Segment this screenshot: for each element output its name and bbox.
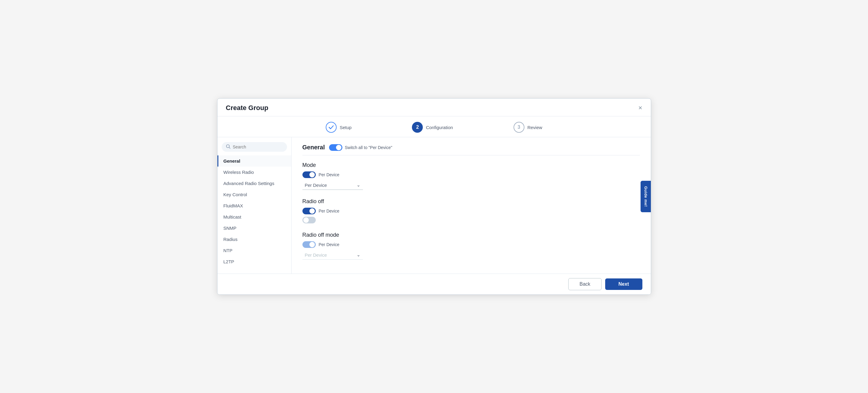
search-icon <box>226 144 230 150</box>
sidebar-item-key-control[interactable]: Key Control <box>217 189 291 200</box>
step-review: 3 Review <box>514 122 542 133</box>
setting-mode: Mode Per Device Per Device ⌄ <box>303 162 640 190</box>
setting-radio-off-mode-label: Radio off mode <box>303 232 640 238</box>
sidebar-item-l2tp[interactable]: L2TP <box>217 256 291 267</box>
setting-radio-off-mode: Radio off mode Per Device Per Device ⌄ <box>303 232 640 260</box>
close-button[interactable]: × <box>639 105 642 111</box>
step-circle-configuration: 2 <box>412 122 423 133</box>
mode-select-row: Per Device ⌄ <box>303 181 640 190</box>
radio-off-mode-select-value: Per Device <box>305 253 327 258</box>
step-label-configuration: Configuration <box>426 125 453 130</box>
sidebar-item-ntp[interactable]: NTP <box>217 245 291 256</box>
step-label-review: Review <box>527 125 542 130</box>
search-wrap <box>217 142 291 155</box>
switch-all-toggle[interactable] <box>329 144 342 151</box>
step-circle-review: 3 <box>514 122 524 133</box>
radio-off-toggle-row: Per Device <box>303 208 640 214</box>
search-input[interactable] <box>233 144 283 149</box>
setting-mode-label: Mode <box>303 162 640 168</box>
radio-off-toggle-text: Per Device <box>319 208 339 214</box>
section-title: General <box>303 144 325 151</box>
radio-off-mode-toggle-row: Per Device <box>303 241 640 248</box>
step-setup: Setup <box>326 122 351 133</box>
radio-off-toggle[interactable] <box>303 208 316 214</box>
radio-off-mode-select[interactable]: Per Device ⌄ <box>303 250 363 260</box>
setting-radio-off: Radio off Per Device <box>303 198 640 223</box>
next-button[interactable]: Next <box>605 279 642 290</box>
search-box[interactable] <box>222 142 287 152</box>
setting-radio-off-label: Radio off <box>303 198 640 205</box>
step-label-setup: Setup <box>340 125 351 130</box>
radio-off-mode-toggle-text: Per Device <box>319 242 339 247</box>
guide-me-button[interactable]: Guide me! <box>641 181 651 212</box>
modal-body: GeneralWireless RadioAdvanced Radio Sett… <box>217 137 651 273</box>
section-header: General Switch all to "Per Device" <box>303 144 640 151</box>
sidebar-item-radius[interactable]: Radius <box>217 234 291 245</box>
radio-off-mode-chevron-icon: ⌄ <box>356 252 361 258</box>
create-group-modal: Create Group × Setup 2 Configuration 3 R… <box>217 98 651 295</box>
switch-all-label: Switch all to "Per Device" <box>345 145 392 150</box>
back-button[interactable]: Back <box>568 278 601 290</box>
step-configuration: 2 Configuration <box>412 122 453 133</box>
sidebar-item-multicast[interactable]: Multicast <box>217 211 291 223</box>
svg-line-1 <box>229 148 230 149</box>
sidebar-item-fluidmax[interactable]: FluidMAX <box>217 200 291 211</box>
switch-all-wrap: Switch all to "Per Device" <box>329 144 392 151</box>
mode-toggle-text: Per Device <box>319 172 339 177</box>
radio-off-second-toggle[interactable] <box>303 217 316 223</box>
mode-chevron-icon: ⌄ <box>356 182 361 188</box>
nav-list: GeneralWireless RadioAdvanced Radio Sett… <box>217 155 291 267</box>
modal-footer: Back Next <box>217 273 651 294</box>
step-circle-setup <box>326 122 337 133</box>
mode-toggle-row: Per Device <box>303 171 640 178</box>
sidebar-item-advanced-radio-settings[interactable]: Advanced Radio Settings <box>217 178 291 189</box>
main-content: General Switch all to "Per Device" Mode <box>291 137 651 273</box>
radio-off-mode-toggle[interactable] <box>303 241 316 248</box>
steps-bar: Setup 2 Configuration 3 Review <box>217 117 651 137</box>
mode-toggle[interactable] <box>303 171 316 178</box>
sidebar-item-wireless-radio[interactable]: Wireless Radio <box>217 167 291 178</box>
sidebar: GeneralWireless RadioAdvanced Radio Sett… <box>217 137 291 273</box>
mode-select-value: Per Device <box>305 183 327 188</box>
mode-select[interactable]: Per Device ⌄ <box>303 181 363 190</box>
modal-title: Create Group <box>226 104 269 112</box>
sidebar-item-snmp[interactable]: SNMP <box>217 223 291 234</box>
radio-off-second-toggle-row <box>303 217 640 223</box>
sidebar-item-general[interactable]: General <box>217 155 291 167</box>
modal-header: Create Group × <box>217 99 651 117</box>
radio-off-mode-select-row: Per Device ⌄ <box>303 250 640 260</box>
